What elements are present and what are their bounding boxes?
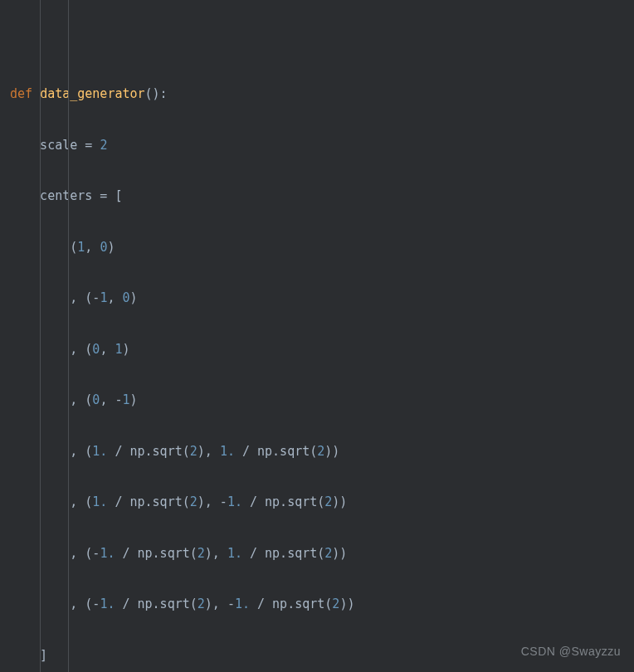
code-line: , (0, -1) — [10, 387, 634, 413]
code-line: , (0, 1) — [10, 337, 634, 363]
code-line: , (-1. / np.sqrt(2), 1. / np.sqrt(2)) — [10, 541, 634, 567]
code-line: def data_generator(): — [10, 81, 634, 107]
code-line: centers = [ — [10, 183, 634, 209]
code-line: , (1. / np.sqrt(2), 1. / np.sqrt(2)) — [10, 439, 634, 465]
code-line: , (1. / np.sqrt(2), -1. / np.sqrt(2)) — [10, 489, 634, 515]
watermark-text: CSDN @Swayzzu — [521, 640, 621, 664]
code-line: scale = 2 — [10, 133, 634, 158]
code-line: (1, 0) — [10, 235, 634, 261]
code-line: , (-1. / np.sqrt(2), -1. / np.sqrt(2)) — [10, 592, 634, 617]
code-block: def data_generator(): scale = 2 centers … — [0, 0, 634, 672]
code-line: , (-1, 0) — [10, 285, 634, 311]
